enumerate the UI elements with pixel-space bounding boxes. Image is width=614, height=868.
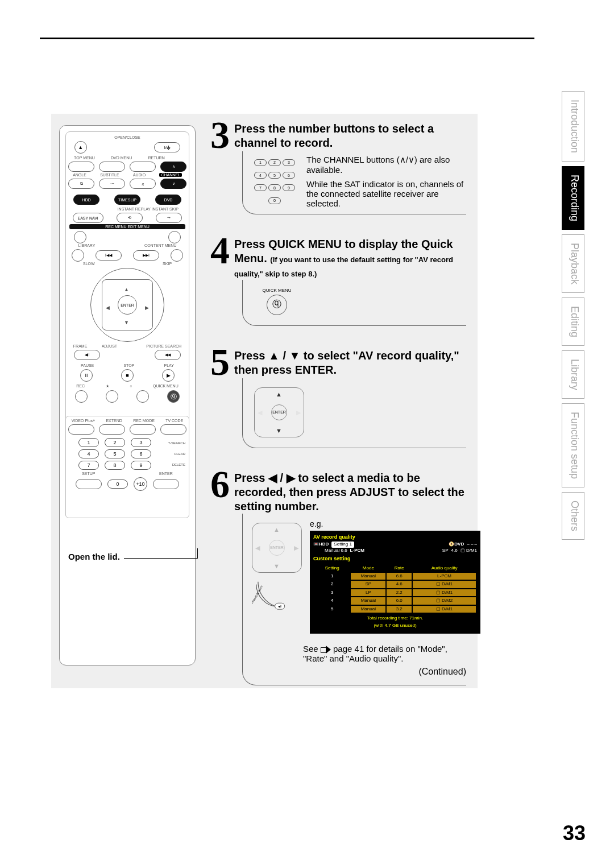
step-3-title: Press the number buttons to select a cha… — [234, 119, 466, 150]
adjust-arc-icon: ◀II FRAME/ADJUST — [252, 578, 302, 615]
remote-illustration: OPEN/CLOSE ▲ I/⏻ TOP MENU DVD MENU RETUR… — [59, 125, 196, 666]
lbl-frame: FRAME — [73, 344, 88, 348]
btn-skip-fwd: ▶▶I — [133, 250, 159, 261]
btn-pause: II — [80, 369, 93, 382]
btn-rev: ◀II — [74, 350, 100, 360]
lbl-delete: DELETE — [172, 463, 185, 466]
osd-foot2: (with 4.7 GB unused) — [313, 623, 477, 629]
step-6-title: Press ◀ / ▶ to select a media to be reco… — [234, 469, 466, 514]
eg-label: e.g. — [310, 519, 480, 528]
quick-menu-label: QUICK MENU — [262, 288, 291, 293]
lbl-slow: SLOW — [83, 262, 95, 266]
page-number: 33 — [563, 821, 586, 845]
num-plus10: +10 — [134, 477, 147, 491]
step-5-number: 5 — [210, 346, 230, 378]
lbl-instant: INSTANT REPLAY INSTANT SKIP — [66, 207, 189, 211]
svg-text:◀II: ◀II — [278, 605, 282, 608]
btn-quickmenu: ⓠ — [167, 390, 180, 403]
step-3-number: 3 — [210, 119, 230, 151]
mini-n0: 0 — [268, 197, 281, 204]
step-5-dpad-icon: ▲▼ ◀▶ ENTER — [254, 387, 304, 437]
osd-custom: Custom setting — [313, 556, 477, 563]
lbl-tsearch: T-SEARCH — [168, 441, 185, 445]
btn-skip-back: I◀◀ — [96, 250, 122, 261]
lbl-videoplus: VIDEO Plus+ — [72, 419, 95, 423]
quick-menu-icon: QUICK MENU ⓠ — [260, 288, 294, 315]
btn-return — [130, 162, 156, 172]
btn-rec — [75, 390, 88, 403]
btn-instant-replay: ⟲ — [117, 213, 143, 223]
btn-extend — [99, 424, 125, 435]
lbl-topmenu: TOP MENU — [74, 156, 95, 160]
step-5-enter: ENTER — [271, 404, 287, 420]
dpad-down — [124, 316, 129, 326]
open-lid-leader — [124, 548, 198, 559]
step-4: 4 Press QUICK MENU to display the Quick … — [210, 235, 466, 332]
mini-n8: 8 — [268, 184, 281, 191]
btn-star — [106, 390, 118, 403]
osd-table: Setting Mode Rate Audio quality 1Manual6… — [313, 564, 477, 614]
mini-n1: 1 — [254, 159, 267, 166]
lbl-enter2: ENTER — [159, 472, 173, 476]
tab-editing: Editing — [562, 297, 584, 346]
step-6-dpad-icon: ▲▼ ◀▶ ENTER — [252, 523, 302, 573]
btn-enter2 — [153, 479, 179, 489]
num-2: 2 — [105, 438, 125, 447]
page-content: OPEN/CLOSE ▲ I/⏻ TOP MENU DVD MENU RETUR… — [51, 114, 478, 688]
osd-setting: Setting 1 — [331, 542, 354, 547]
step-3-body2: While the SAT indicator is on, channels … — [306, 179, 466, 208]
lbl-recmode: REC MODE — [133, 419, 155, 423]
tab-library: Library — [562, 350, 584, 399]
step-6-see: See page 41 for details on "Mode", "Rate… — [252, 644, 466, 663]
step-5: 5 Press ▲ / ▼ to select "AV record quali… — [210, 346, 466, 454]
btn-channel-down: ∨ — [160, 179, 186, 189]
lbl-star: ★ — [106, 384, 109, 388]
lbl-subtitle: SUBTITLE — [100, 173, 119, 177]
mini-n2: 2 — [268, 159, 281, 166]
num-0: 0 — [107, 480, 128, 489]
num-6: 6 — [131, 449, 151, 458]
num-8: 8 — [105, 461, 125, 470]
dpad-right — [145, 301, 149, 312]
lbl-picsearch: PICTURE SEARCH — [146, 344, 181, 348]
lbl-return: RETURN — [148, 156, 165, 160]
mini-n3: 3 — [283, 159, 295, 166]
step-6: 6 Press ◀ / ▶ to select a media to be re… — [210, 469, 466, 691]
num-9: 9 — [131, 461, 151, 470]
lbl-adjust: ADJUST — [102, 344, 117, 348]
continued-label: (Continued) — [252, 667, 466, 677]
lbl-stop: STOP — [123, 363, 134, 367]
osd-foot1: Total recording time: 71min. — [313, 615, 477, 621]
step-3-body1: The CHANNEL buttons (∧/∨) are also avail… — [306, 155, 466, 175]
btn-topmenu — [68, 162, 94, 172]
btn-stop: ■ — [121, 369, 134, 382]
num-4: 4 — [78, 449, 99, 458]
lbl-recmenu: REC MENU EDIT MENU — [69, 224, 185, 229]
btn-timeslip: TIMESLIP — [114, 195, 140, 205]
lbl-channel: CHANNEL — [159, 173, 181, 177]
btn-hdd: HDD — [73, 195, 99, 205]
lbl-extend: EXTEND — [106, 419, 122, 423]
tab-function-setup: Function setup — [562, 403, 584, 487]
lbl-play: PLAY — [164, 363, 174, 367]
btn-videoplus — [68, 424, 94, 435]
btn-audio: ♫ — [130, 179, 156, 189]
dpad-up — [124, 283, 129, 294]
btn-recmode — [130, 424, 156, 435]
btn-recmenu — [74, 231, 86, 243]
btn-dvd: DVD — [155, 195, 181, 205]
tab-playback: Playback — [562, 234, 584, 293]
btn-instant-skip: ⤳ — [156, 213, 182, 223]
tab-others: Others — [562, 492, 584, 540]
lbl-rec: REC — [76, 384, 85, 388]
lbl-quickmenu: QUICK MENU — [153, 384, 179, 388]
btn-easynavi: EASY NAVI — [73, 213, 103, 223]
osd-title: AV record quality — [313, 534, 477, 541]
lbl-audio: AUDIO — [133, 173, 146, 177]
step-5-title: Press ▲ / ▼ to select "AV record quality… — [234, 346, 466, 377]
btn-fwd: ◀◀ — [155, 350, 181, 360]
lbl-openclose: OPEN/CLOSE — [66, 135, 189, 139]
btn-subtitle: ⋯ — [99, 179, 125, 189]
dpad-enter: ENTER — [118, 295, 137, 315]
remote-lid-panel: VIDEO Plus+ EXTEND REC MODE TV CODE 1 2 … — [65, 416, 189, 518]
